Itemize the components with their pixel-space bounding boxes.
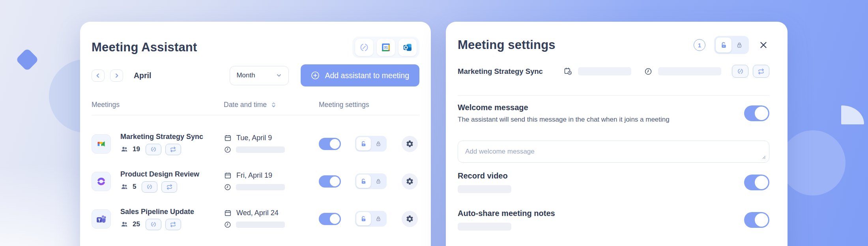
- integrations-pill: 31: [352, 37, 419, 58]
- table-divider: [92, 115, 419, 115]
- add-assistant-label: Add assistant to meeting: [325, 71, 409, 80]
- locked-option[interactable]: [371, 137, 385, 150]
- resize-handle-icon[interactable]: [761, 154, 766, 159]
- meeting-link-badge[interactable]: [146, 219, 161, 230]
- table-row: Sales Pipeline Update 25: [92, 207, 419, 231]
- auto-share-placeholder: [458, 223, 511, 231]
- unlock-icon: [360, 140, 367, 148]
- lock-icon: [735, 41, 743, 49]
- participants-count: 19: [133, 145, 140, 153]
- current-month-label: April: [134, 71, 151, 80]
- assistant-toggle[interactable]: [319, 213, 341, 225]
- meeting-date: Fri, April 19: [236, 171, 272, 180]
- prev-month-button[interactable]: [92, 69, 105, 82]
- selected-meeting-title: Marketing Strategy Sync: [458, 67, 543, 76]
- unlocked-option[interactable]: [356, 137, 371, 150]
- row-settings-button[interactable]: [402, 136, 418, 152]
- product-ring-icon: [92, 172, 111, 191]
- count-badge: 1: [694, 39, 705, 51]
- repeat-icon: [758, 68, 764, 75]
- assistant-toggle[interactable]: [319, 175, 341, 188]
- page-title: Meeting Assistant: [92, 40, 197, 54]
- outlook-icon[interactable]: [398, 39, 417, 56]
- auto-share-heading: Auto-share meeting notes: [458, 209, 555, 218]
- clock-icon: [224, 183, 232, 191]
- time-placeholder: [236, 184, 285, 190]
- time-placeholder: [236, 146, 285, 153]
- recurring-badge[interactable]: [165, 144, 181, 155]
- clock-icon: [224, 221, 232, 229]
- row-settings-button[interactable]: [402, 173, 418, 190]
- recurring-badge[interactable]: [161, 181, 177, 193]
- lock-segmented-control: [714, 36, 749, 54]
- column-header-meetings: Meetings: [92, 101, 224, 109]
- chevron-down-icon: [276, 72, 282, 79]
- close-button[interactable]: [758, 39, 769, 51]
- link-icon: [150, 146, 157, 152]
- record-video-heading: Record video: [458, 171, 511, 180]
- table-row: Product Design Review 5: [92, 169, 419, 193]
- svg-text:31: 31: [384, 45, 388, 49]
- locked-option[interactable]: [371, 175, 385, 188]
- meeting-link-badge[interactable]: [146, 144, 161, 155]
- locked-option[interactable]: [371, 212, 385, 225]
- view-select[interactable]: Month: [230, 66, 289, 85]
- unlocked-option[interactable]: [356, 175, 371, 188]
- meeting-link-badge[interactable]: [732, 65, 748, 78]
- record-video-placeholder: [458, 185, 511, 193]
- date-placeholder: [578, 67, 631, 75]
- view-select-value: Month: [236, 71, 255, 79]
- next-month-button[interactable]: [110, 69, 123, 82]
- settings-divider: [458, 95, 769, 96]
- link-icon: [146, 184, 153, 190]
- meeting-title: Sales Pipeline Update: [120, 208, 194, 216]
- repeat-icon: [166, 184, 172, 190]
- add-assistant-button[interactable]: Add assistant to meeting: [301, 64, 419, 86]
- lock-segmented-control: [355, 173, 387, 189]
- assistant-toggle[interactable]: [319, 138, 341, 150]
- lock-icon: [375, 178, 382, 185]
- meeting-date: Wed, April 24: [236, 209, 279, 217]
- ms-teams-icon: [92, 209, 111, 229]
- participants-count: 25: [133, 220, 140, 228]
- decor-quarter-shape: [841, 105, 864, 124]
- row-settings-button[interactable]: [402, 211, 418, 227]
- calendar-clock-icon: [563, 67, 572, 76]
- participants-count: 5: [133, 183, 136, 191]
- recurring-badge[interactable]: [165, 219, 181, 230]
- unlocked-option[interactable]: [356, 212, 371, 225]
- welcome-message-description: The assistant will send this message in …: [458, 116, 670, 124]
- link-icon: [737, 68, 744, 75]
- gear-icon: [406, 140, 414, 148]
- participants-icon: [120, 145, 129, 154]
- google-calendar-icon[interactable]: 31: [377, 39, 395, 56]
- auto-share-toggle[interactable]: [744, 212, 769, 228]
- calendar-icon: [224, 171, 232, 180]
- column-header-settings: Meeting settings: [319, 101, 419, 109]
- locked-option[interactable]: [731, 38, 747, 53]
- unlock-icon: [720, 41, 728, 49]
- plus-circle-icon: [311, 71, 320, 80]
- unlocked-option[interactable]: [716, 38, 731, 53]
- participants-icon: [120, 220, 129, 229]
- meeting-title: Marketing Strategy Sync: [120, 133, 203, 141]
- meeting-link-badge[interactable]: [142, 181, 157, 193]
- copy-link-icon[interactable]: [355, 39, 373, 56]
- settings-title: Meeting settings: [458, 38, 556, 52]
- google-meet-icon: [92, 134, 111, 154]
- unlock-icon: [360, 215, 367, 223]
- chevron-left-icon: [95, 73, 101, 79]
- sort-icon[interactable]: [270, 101, 277, 108]
- recurring-badge[interactable]: [753, 65, 769, 78]
- welcome-message-heading: Welcome message: [458, 103, 670, 112]
- welcome-message-toggle[interactable]: [744, 105, 769, 121]
- column-header-date: Date and time: [224, 101, 267, 109]
- lock-segmented-control: [355, 211, 387, 227]
- time-placeholder: [658, 67, 721, 75]
- meeting-settings-panel: Meeting settings 1: [446, 22, 788, 246]
- welcome-message-input[interactable]: [458, 141, 769, 163]
- repeat-icon: [170, 222, 176, 227]
- record-video-toggle[interactable]: [744, 175, 769, 190]
- decor-diamond-shape: [15, 48, 39, 71]
- link-icon: [150, 221, 157, 227]
